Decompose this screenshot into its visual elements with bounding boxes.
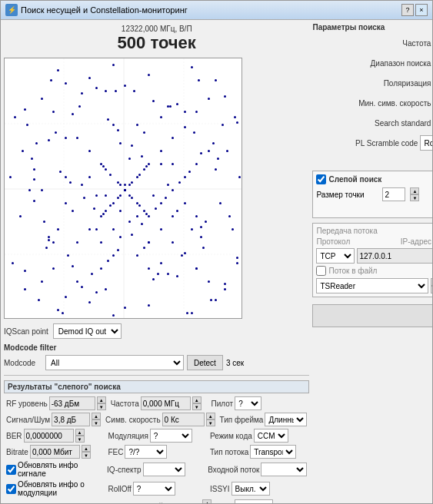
frame-select[interactable]: Длинный [265,413,307,426]
rf-label: RF уровень [6,400,48,408]
plot-dot [160,150,162,152]
results-row3: BER ▲ ▼ Модуляция ? Режим кода CCM [4,428,309,443]
apply-button[interactable] [312,304,432,327]
width-value: 0,000 МГц [165,502,201,504]
title-bar-left: ⚡ Поиск несущей и Constellation-монитори… [5,4,188,16]
params-title: Параметры поиска [312,23,432,32]
freq-r-input[interactable] [141,396,191,410]
blind-left: Слепой поиск Размер точки ▲ ▼ [316,174,432,204]
rf-input[interactable] [49,396,95,410]
fec-select[interactable]: ?/? [125,445,167,459]
mod-cell: Модуляция ? [105,428,207,443]
plot-dot [191,228,193,230]
plot-dot [33,200,35,202]
proto-select[interactable]: TCP [316,248,355,264]
sym-input[interactable] [162,413,205,426]
pls-root-select[interactable]: Root [420,135,432,151]
plot-dot [88,176,91,178]
plot-dot [234,116,236,118]
tcp-row: TCP ▲ ▼ [316,248,432,264]
snr-spinner[interactable]: ▲ ▼ [92,413,101,426]
file-checkbox[interactable] [316,266,326,276]
update-signal-checkbox[interactable] [6,465,16,475]
ip-input[interactable] [357,248,432,264]
plot-dot [200,236,202,238]
plot-dot [109,204,112,207]
plot-dot [141,155,143,158]
plot-dot [117,129,119,131]
plot-dot [19,215,22,217]
stream-type-select[interactable]: Transport [250,445,296,459]
plot-dot [167,273,169,275]
close-button[interactable]: × [415,4,428,16]
plot-dot [157,273,159,275]
coderate-select[interactable]: CCM [254,429,288,443]
bitrate-spinner[interactable]: ▲ ▼ [82,445,91,459]
results-row5: Обновлять инфо сигнале IQ-спектр Входной… [4,460,309,479]
modcode-select[interactable]: All [45,355,184,370]
plot-dot [148,304,150,307]
rf-spinner[interactable]: ▲ ▼ [97,396,106,410]
plot-dot [141,223,143,225]
pls-label: PL Scramble code [348,139,418,148]
plot-dot [128,158,131,160]
freq-r-spinner[interactable]: ▲ ▼ [192,396,202,410]
file-spinner[interactable]: ▲ ▼ [431,278,432,293]
plot-dot [105,194,107,197]
plot-dot [191,66,193,68]
pls-group: Root ▲ ▼ ▲ ▼ [420,135,432,151]
title-bar: ⚡ Поиск несущей и Constellation-монитори… [1,1,432,20]
plot-dot [143,247,145,249]
plot-dot [93,207,95,210]
ber-label: BER [6,432,22,440]
sym-spinner[interactable]: ▲ ▼ [206,413,215,426]
iq-spec-select[interactable] [143,463,185,476]
plot-dot [148,74,150,76]
point-input[interactable] [382,187,405,201]
plot-area [4,58,242,319]
results-section: Результаты "слепого" поиска RF уровень ▲… [4,380,309,503]
plot-dot [200,226,202,228]
detect-button[interactable]: Detect [187,355,223,370]
issyi-select[interactable]: Выкл. [231,482,270,496]
plot-dot [226,150,228,152]
fec-cell: FEC ?/? [105,444,207,459]
bitrate-label: Bitrate [6,448,28,456]
update-mod-checkbox[interactable] [6,484,16,494]
snr-label: Сигнал/Шум [6,416,50,424]
help-button[interactable]: ? [401,4,414,16]
iq-scan-select[interactable]: Demod IQ out [53,323,122,339]
width-spinner[interactable]: ▲ ▼ [202,499,212,503]
plot-dot [12,262,14,264]
sec-value: 3 сек [226,359,244,367]
mod-select[interactable]: ? [150,429,192,443]
plot-dot [133,90,135,92]
plot-dot [198,79,200,81]
plot-dot [208,280,210,283]
left-panel: 12322,000 МГц, В/П 500 точек IQScan [4,23,309,500]
plot-dot [176,103,178,105]
blind-search-checkbox[interactable] [316,174,326,184]
blind-inner: Слепой поиск Размер точки ▲ ▼ [316,174,432,214]
plot-dot [119,194,122,197]
plot-dot [26,124,28,126]
input-stream-select[interactable] [261,463,307,476]
plot-dot [148,163,150,165]
plot-dot [236,257,238,259]
plot-dot [52,111,55,113]
ber-input[interactable] [24,429,74,443]
plot-dot [124,184,126,186]
ber-spinner[interactable]: ▲ ▼ [75,429,85,443]
pilot-select[interactable]: ? [235,396,261,410]
file-select[interactable]: TSReader [316,278,428,293]
plot-dot [95,87,98,89]
rolloff-select[interactable]: ? [133,482,175,496]
snr-input[interactable] [52,413,90,426]
bitrate-input[interactable] [30,445,80,459]
npd-select[interactable]: Выкл. [235,499,273,503]
plot-dot [112,202,115,204]
point-spinner[interactable]: ▲ ▼ [410,187,419,201]
modcode-filter-row: Modcode filter [4,343,309,352]
param-minsym-row: Мин. симв. скорость 1000 ▲ ▼ [312,95,432,111]
plot-dot [208,150,210,152]
